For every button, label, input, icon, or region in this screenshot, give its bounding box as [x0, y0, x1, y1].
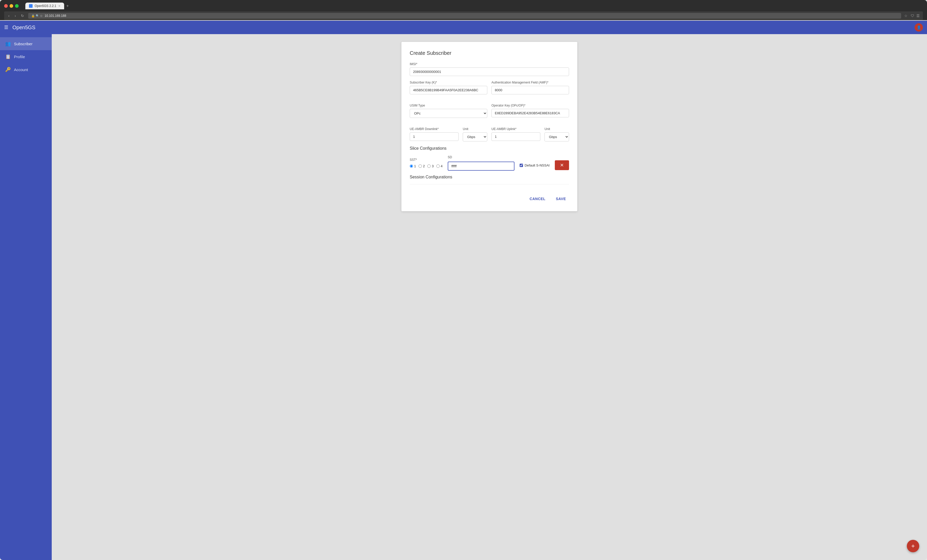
ambr-uplink-input[interactable] — [491, 132, 540, 141]
tab-close-icon[interactable]: ✕ — [58, 5, 61, 8]
tab-favicon — [29, 4, 33, 8]
usim-type-group: USIM Type OPc OP — [410, 104, 487, 118]
reload-button[interactable]: ↻ — [20, 13, 25, 18]
session-config-title: Session Configurations — [410, 175, 569, 179]
ambr-downlink-label: UE-AMBR Downlink* — [410, 127, 459, 131]
operator-key-label: Operator Key (OPc/OP)* — [491, 104, 569, 107]
imsi-input[interactable] — [410, 67, 569, 76]
create-subscriber-form: Create Subscriber IMSI* Subscriber Key (… — [401, 42, 577, 211]
operator-key-group: Operator Key (OPc/OP)* — [491, 104, 569, 118]
sd-group: SD — [448, 155, 514, 171]
ambr-uplink-label: UE-AMBR Uplink* — [491, 127, 540, 131]
default-snssai-group: Default S-NSSAI — [520, 163, 550, 167]
new-tab-button[interactable]: + — [66, 4, 68, 8]
forward-button[interactable]: › — [14, 13, 17, 18]
sidebar-label-profile: Profile — [14, 55, 25, 59]
ambr-uplink-unit-select[interactable]: Gbps Mbps Kbps bps — [544, 132, 569, 141]
sidebar-item-profile[interactable]: 📋 Profile — [0, 50, 52, 63]
delete-slice-button[interactable]: ✕ — [555, 160, 569, 170]
sst-label: SST* — [410, 158, 442, 162]
subscriber-icon: 👥 — [5, 41, 11, 47]
ue-ambr-row: UE-AMBR Downlink* Unit Gbps Mbps Kbps bp… — [410, 127, 569, 141]
usim-opkey-row: USIM Type OPc OP Operator Key (OPc/OP)* — [410, 104, 569, 123]
sst-radio-4[interactable]: 4 — [436, 164, 442, 168]
maximize-button[interactable] — [15, 4, 19, 8]
sidebar-item-account[interactable]: 🔑 Account — [0, 63, 52, 76]
content-area: Create Subscriber IMSI* Subscriber Key (… — [52, 34, 927, 560]
profile-icon: 📋 — [5, 54, 11, 59]
ambr-uplink-group: UE-AMBR Uplink* — [491, 127, 540, 141]
amf-input[interactable] — [491, 86, 569, 94]
address-text[interactable]: 10.101.169.188 — [44, 14, 66, 18]
user-avatar[interactable]: 👤 — [915, 23, 923, 32]
usim-type-label: USIM Type — [410, 104, 487, 107]
subscriber-key-input[interactable] — [410, 86, 487, 94]
form-actions: CANCEL SAVE — [410, 191, 569, 203]
sst-radio-1[interactable]: 1 — [410, 164, 416, 168]
ambr-downlink-input[interactable] — [410, 132, 459, 141]
imsi-group: IMSI* — [410, 62, 569, 76]
security-icons: 🔒 🔍 ⊙ — [31, 14, 43, 18]
account-icon: 🔑 — [5, 67, 11, 72]
slice-config-row: SST* 1 2 3 4 — [410, 155, 569, 171]
key-amf-row: Subscriber Key (K)* Authentication Manag… — [410, 80, 569, 99]
hamburger-icon[interactable]: ☰ — [4, 24, 8, 30]
browser-tab[interactable]: Open5GS 2.2.1 ✕ — [25, 3, 64, 9]
imsi-label: IMSI* — [410, 62, 569, 66]
cancel-button[interactable]: CANCEL — [527, 195, 549, 203]
app-title: Open5GS — [12, 24, 915, 30]
ambr-downlink-unit-group: Unit Gbps Mbps Kbps bps — [463, 127, 487, 141]
sidebar-label-account: Account — [14, 67, 28, 72]
unit-label-1: Unit — [463, 127, 487, 131]
sd-label: SD — [448, 155, 514, 159]
shield-icon[interactable]: 🛡 — [911, 14, 914, 18]
menu-icon[interactable]: ☰ — [916, 14, 920, 18]
amf-group: Authentication Management Field (AMF)* — [491, 80, 569, 94]
close-button[interactable] — [4, 4, 8, 8]
amf-label: Authentication Management Field (AMF)* — [491, 80, 569, 84]
minimize-button[interactable] — [9, 4, 13, 8]
unit-label-2: Unit — [544, 127, 569, 131]
sst-group: SST* 1 2 3 4 — [410, 158, 442, 168]
sidebar-label-subscriber: Subscriber — [14, 42, 33, 46]
tab-title: Open5GS 2.2.1 — [35, 4, 56, 8]
sst-radio-group: 1 2 3 4 — [410, 164, 442, 168]
subscriber-key-label: Subscriber Key (K)* — [410, 80, 487, 84]
bookmark-icon[interactable]: ☆ — [904, 14, 907, 18]
operator-key-input[interactable] — [491, 109, 569, 117]
delete-slice-btn-wrapper: ✕ — [555, 160, 569, 170]
sd-input[interactable] — [448, 162, 514, 171]
sidebar-item-subscriber[interactable]: 👥 Subscriber — [0, 37, 52, 50]
ambr-downlink-unit-select[interactable]: Gbps Mbps Kbps bps — [463, 132, 487, 141]
ambr-uplink-unit-group: Unit Gbps Mbps Kbps bps — [544, 127, 569, 141]
sidebar: 👥 Subscriber 📋 Profile 🔑 Account — [0, 34, 52, 560]
ambr-downlink-group: UE-AMBR Downlink* — [410, 127, 459, 141]
save-button[interactable]: SAVE — [553, 195, 569, 203]
back-button[interactable]: ‹ — [7, 13, 11, 18]
form-title: Create Subscriber — [410, 50, 569, 56]
divider — [410, 184, 569, 184]
default-snssai-checkbox[interactable] — [520, 164, 523, 167]
sst-radio-2[interactable]: 2 — [418, 164, 425, 168]
slice-config-title: Slice Configurations — [410, 146, 569, 151]
top-navbar: ☰ Open5GS 👤 — [0, 21, 927, 34]
usim-type-select[interactable]: OPc OP — [410, 109, 487, 118]
default-snssai-label[interactable]: Default S-NSSAI — [524, 163, 550, 167]
sst-radio-3[interactable]: 3 — [427, 164, 433, 168]
fab-button[interactable]: + — [907, 540, 919, 552]
subscriber-key-group: Subscriber Key (K)* — [410, 80, 487, 94]
